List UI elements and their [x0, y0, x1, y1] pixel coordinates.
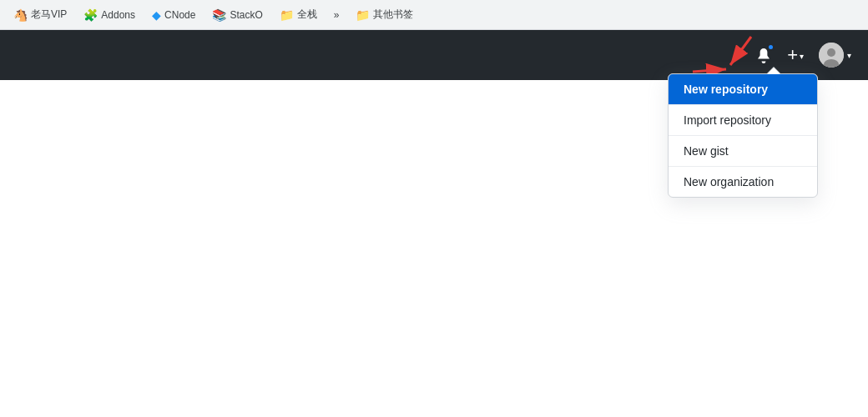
- bookmark-label-addons: Addons: [101, 9, 135, 21]
- bookmark-more-icon: »: [334, 9, 340, 21]
- bookmark-icon-addons: 🧩: [83, 8, 98, 22]
- user-menu-button[interactable]: ▾: [815, 41, 855, 69]
- notification-dot: [767, 43, 775, 51]
- bookmark-stacko[interactable]: 📚 StackO: [205, 5, 269, 25]
- create-new-button[interactable]: + ▾: [782, 43, 809, 68]
- caret-down-icon: ▾: [800, 52, 804, 61]
- github-header: + ▾ ▾ New repository Import repository N…: [0, 30, 868, 80]
- bookmark-label-laoma: 老马VIP: [31, 8, 67, 22]
- bookmark-icon-quanzhan: 📁: [280, 8, 294, 22]
- svg-point-4: [827, 48, 835, 57]
- bookmark-bar: 🐴 老马VIP 🧩 Addons ◆ CNode 📚 StackO 📁 全栈 »…: [0, 0, 868, 30]
- plus-icon: +: [787, 46, 798, 64]
- bookmark-cnode[interactable]: ◆ CNode: [145, 5, 202, 25]
- svg-line-2: [693, 69, 726, 72]
- import-repository-item[interactable]: Import repository: [669, 104, 817, 135]
- avatar: [819, 43, 844, 68]
- avatar-image: [819, 43, 844, 68]
- new-gist-item[interactable]: New gist: [669, 135, 817, 166]
- new-repository-item[interactable]: New repository: [669, 74, 817, 104]
- bookmark-more[interactable]: »: [327, 6, 346, 24]
- header-right-controls: + ▾ ▾: [752, 41, 855, 69]
- notifications-button[interactable]: [752, 43, 775, 67]
- bookmark-laoma-vip[interactable]: 🐴 老马VIP: [7, 4, 73, 25]
- bookmark-qita[interactable]: 📁 其他书签: [349, 4, 420, 25]
- bookmark-label-cnode: CNode: [164, 9, 195, 21]
- create-dropdown-menu: New repository Import repository New gis…: [668, 73, 818, 198]
- arrows-overlay: [0, 30, 868, 80]
- bookmark-quanzhan[interactable]: 📁 全栈: [273, 4, 324, 25]
- bookmark-label-stacko: StackO: [230, 9, 262, 21]
- bookmark-addons[interactable]: 🧩 Addons: [77, 5, 142, 25]
- bookmark-label-qita: 其他书签: [373, 8, 413, 22]
- bookmark-label-quanzhan: 全栈: [297, 8, 317, 22]
- bookmark-icon-stacko: 📚: [212, 8, 226, 22]
- new-organization-item[interactable]: New organization: [669, 166, 817, 197]
- bookmark-icon-qita: 📁: [356, 8, 370, 22]
- bookmark-icon-laoma: 🐴: [13, 8, 28, 22]
- bookmark-icon-cnode: ◆: [152, 8, 161, 22]
- avatar-caret-icon: ▾: [847, 51, 851, 60]
- dropdown-caret: [767, 68, 780, 74]
- svg-line-1: [730, 37, 751, 65]
